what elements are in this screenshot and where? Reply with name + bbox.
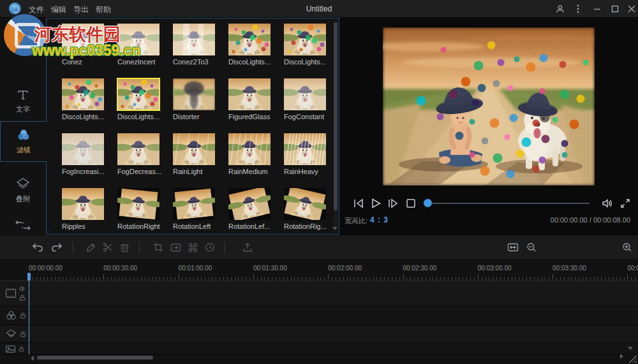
sidebar-item-overlay[interactable]: 叠附 [0,171,46,210]
filter-item-rainheavy[interactable]: RainHeavy [284,133,332,176]
filter-item-conez[interactable]: Conez [62,24,117,66]
track-filter[interactable] [0,307,638,325]
filter-thumbnail[interactable] [284,78,326,110]
filter-item-discolights[interactable]: DiscoLights... [117,78,173,121]
filter-item-figuredglass[interactable]: FiguredGlass [228,78,284,121]
filter-thumbnail[interactable] [117,133,160,165]
filter-thumbnail[interactable] [228,24,271,55]
zoom-region-button[interactable] [168,240,182,254]
filter-item-ripples[interactable]: Ripples [62,188,117,231]
filter-thumbnail[interactable] [117,24,160,55]
preview-info-row: 宽高比: 4 : 3 00:00:00.00 / 00:00:08.00 [339,214,638,227]
track-lock-icon[interactable] [19,346,24,352]
aspect-ratio-value[interactable]: 4 : 3 [370,215,389,224]
filter-thumbnail[interactable] [173,24,215,55]
minimize-button[interactable] [588,0,606,17]
title-bar: 文件 编辑 导出 帮助 Untitled [0,0,638,18]
playhead-line[interactable] [29,273,29,354]
horizontal-scrollbar-thumb[interactable] [37,356,153,360]
filter-thumbnail[interactable] [62,78,104,110]
redo-button[interactable] [50,240,64,254]
filter-thumbnail[interactable] [62,24,104,55]
aspect-ratio-label: 宽高比: [345,216,367,226]
filter-item-rotationlef[interactable]: RotationLef... [228,188,284,231]
sidebar-item-filter[interactable]: 滤镜 [0,121,47,162]
track-video[interactable] [0,281,638,307]
filter-item-rainmedium[interactable]: RainMedium [228,133,284,176]
filter-thumbnail[interactable] [228,133,271,165]
zoom-in-icon[interactable] [620,240,634,254]
filter-item-conezincert[interactable]: ConezIncert [117,24,173,66]
delete-button[interactable] [117,240,131,254]
undo-button[interactable] [31,240,45,254]
track-lock-icon[interactable] [19,295,26,301]
mosaic-button[interactable] [186,240,200,254]
duration-button[interactable] [203,240,217,254]
filter-thumbnail[interactable] [117,188,160,220]
account-icon[interactable] [551,0,569,17]
seek-slider[interactable] [425,203,590,204]
crop-button[interactable] [151,240,165,254]
filter-thumbnail[interactable] [284,24,326,55]
filter-scroll-down-icon[interactable] [332,227,338,230]
resize-grip[interactable] [629,355,637,363]
filter-item-discolights[interactable]: DiscoLights... [228,24,284,66]
filter-thumbnail[interactable] [228,188,271,220]
maximize-button[interactable] [606,0,624,17]
split-button[interactable] [101,240,115,254]
filter-label: ConezIncert [117,58,173,66]
stop-button[interactable] [403,196,419,211]
fit-timeline-button[interactable] [506,240,520,254]
filter-item-distorter[interactable]: Distorter [173,78,228,121]
filter-item-rainlight[interactable]: RainLight [173,133,228,176]
play-button[interactable] [368,196,383,211]
previous-frame-button[interactable] [351,196,366,211]
filter-thumbnail[interactable] [173,133,215,165]
filter-thumbnail[interactable] [62,133,104,165]
filter-scrollbar-thumb[interactable] [334,22,338,210]
filter-item-fogincreasi[interactable]: FogIncreasi... [62,133,117,176]
next-frame-button[interactable] [385,196,401,211]
sidebar-item-text[interactable]: 文字 [0,82,46,121]
track-image[interactable] [0,343,638,354]
scroll-right-icon[interactable] [620,354,623,359]
track-filter-header [0,307,31,324]
filter-item-rotationrig[interactable]: RotationRig... [284,188,332,231]
filter-item-fogdecreas[interactable]: FogDecreas... [117,133,173,176]
track-lock-icon[interactable] [20,312,26,319]
track-mute-icon[interactable] [19,286,26,292]
filter-thumbnail[interactable] [117,78,160,110]
more-menu-icon[interactable] [569,0,587,17]
track-overlay[interactable] [0,325,638,343]
timecode: 00:00:00.00 / 00:00:08.00 [551,216,630,224]
filter-item-rotationright[interactable]: RotationRight [117,188,173,231]
toolbar-separator [73,242,73,253]
filter-thumbnail[interactable] [173,78,215,110]
filter-thumbnail[interactable] [284,133,326,165]
sidebar: 素材 文字 滤镜 叠附 转场 [0,18,46,235]
scroll-down-icon[interactable] [628,347,633,350]
close-button[interactable] [623,0,638,17]
track-lock-icon[interactable] [20,331,26,337]
track-overlay-header [0,325,31,342]
scroll-left-icon[interactable] [31,356,34,361]
filter-thumbnail[interactable] [62,188,104,220]
fullscreen-icon[interactable] [618,196,633,211]
edit-clip-button[interactable] [84,240,98,254]
filter-item-discolights[interactable]: DiscoLights... [284,24,332,66]
volume-icon[interactable] [600,196,615,211]
filter-item-conez2to3[interactable]: Conez2To3 [173,24,228,66]
filter-thumbnail[interactable] [173,188,215,220]
filter-item-discolights[interactable]: DiscoLights... [62,78,117,121]
filter-item-rotationleft[interactable]: RotationLeft [173,188,228,231]
zoom-out-icon[interactable] [524,240,538,254]
filter-thumbnail[interactable] [284,188,326,220]
sidebar-item-media[interactable]: 素材 [0,22,46,61]
filter-label: FogIncreasi... [62,168,117,175]
ruler-label: 00:03:30.00 [553,265,586,272]
filter-item-fogconstant[interactable]: FogConstant [284,78,332,121]
export-button[interactable] [241,240,255,254]
filter-thumbnail[interactable] [228,78,271,110]
seek-slider-thumb[interactable] [424,199,432,207]
track-image-header [0,343,31,354]
